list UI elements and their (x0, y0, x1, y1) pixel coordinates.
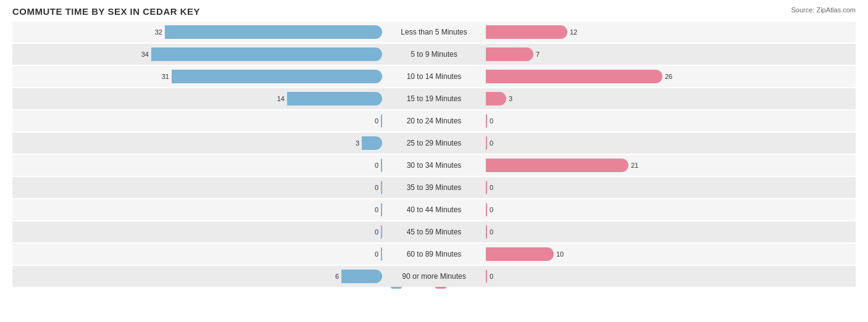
female-bar (486, 25, 567, 39)
female-bar (486, 114, 487, 128)
left-section: 0 (12, 244, 385, 265)
right-section: 10 (483, 244, 856, 265)
female-bar-wrapper: 0 (486, 221, 856, 242)
male-bar (381, 225, 382, 239)
female-value: 0 (490, 184, 493, 191)
row-label: 45 to 59 Minutes (385, 228, 483, 236)
chart-area: 32 Less than 5 Minutes 12 34 (12, 22, 856, 276)
female-bar-wrapper: 21 (486, 155, 856, 176)
row-label: 35 to 39 Minutes (385, 183, 483, 192)
male-bar (381, 247, 382, 261)
male-bar-wrapper: 6 (12, 266, 382, 287)
right-section: 3 (483, 88, 856, 109)
male-bar (381, 203, 382, 217)
row-label: 5 to 9 Minutes (385, 50, 483, 59)
chart-row: 32 Less than 5 Minutes 12 (12, 22, 856, 43)
male-bar-wrapper: 0 (12, 177, 382, 198)
female-value: 0 (490, 273, 493, 280)
female-bar-wrapper: 0 (486, 266, 856, 287)
female-bar (486, 136, 487, 150)
chart-row: 14 15 to 19 Minutes 3 (12, 88, 856, 109)
left-section: 3 (12, 133, 385, 154)
female-bar-wrapper: 0 (486, 177, 856, 198)
left-section: 0 (12, 199, 385, 220)
left-section: 34 (12, 44, 385, 65)
right-section: 26 (483, 66, 856, 87)
male-bar (172, 70, 382, 83)
right-section: 0 (483, 110, 856, 131)
female-bar-wrapper: 3 (486, 88, 856, 109)
female-value: 0 (490, 117, 493, 125)
male-bar-wrapper: 0 (12, 221, 382, 242)
male-bar (381, 114, 382, 128)
row-label: 25 to 29 Minutes (385, 139, 483, 147)
female-bar-wrapper: 0 (486, 133, 856, 154)
male-bar-wrapper: 31 (12, 66, 382, 87)
female-bar (486, 159, 628, 172)
left-section: 0 (12, 110, 385, 131)
female-bar-wrapper: 7 (486, 44, 856, 65)
right-section: 0 (483, 199, 856, 220)
right-section: 0 (483, 266, 856, 287)
male-value: 0 (375, 228, 378, 236)
row-label: 10 to 14 Minutes (385, 72, 483, 81)
female-bar-wrapper: 26 (486, 66, 856, 87)
left-section: 0 (12, 177, 385, 198)
male-bar-wrapper: 0 (12, 244, 382, 265)
female-value: 0 (490, 206, 493, 213)
male-value: 0 (375, 250, 378, 258)
male-value: 34 (141, 51, 149, 58)
female-bar-wrapper: 12 (486, 22, 856, 43)
male-bar (381, 159, 382, 172)
row-label: 90 or more Minutes (385, 272, 483, 281)
male-bar (151, 47, 382, 61)
chart-container: COMMUTE TIME BY SEX IN CEDAR KEY Source:… (0, 0, 868, 322)
male-bar-wrapper: 3 (12, 133, 382, 154)
female-bar (486, 92, 506, 105)
male-value: 32 (155, 28, 162, 36)
male-value: 0 (375, 162, 378, 169)
male-bar-wrapper: 0 (12, 199, 382, 220)
female-value: 10 (556, 250, 564, 258)
left-section: 0 (12, 155, 385, 176)
left-section: 31 (12, 66, 385, 87)
chart-row: 3 25 to 29 Minutes 0 (12, 133, 856, 154)
male-bar-wrapper: 34 (12, 44, 382, 65)
row-label: 30 to 34 Minutes (385, 161, 483, 170)
female-bar (486, 181, 487, 194)
male-bar-wrapper: 14 (12, 88, 382, 109)
male-value: 0 (375, 117, 378, 125)
male-bar (381, 181, 382, 194)
male-bar (165, 25, 382, 39)
chart-row: 0 45 to 59 Minutes 0 (12, 221, 856, 242)
chart-row: 0 60 to 89 Minutes 10 (12, 244, 856, 265)
row-label: 15 to 19 Minutes (385, 94, 483, 103)
male-value: 14 (277, 95, 285, 102)
female-value: 12 (570, 28, 577, 36)
male-bar-wrapper: 0 (12, 155, 382, 176)
female-value: 0 (490, 139, 493, 147)
female-bar (486, 47, 533, 61)
chart-row: 0 40 to 44 Minutes 0 (12, 199, 856, 220)
chart-row: 31 10 to 14 Minutes 26 (12, 66, 856, 87)
female-bar (486, 203, 487, 217)
left-section: 14 (12, 88, 385, 109)
chart-row: 6 90 or more Minutes 0 (12, 266, 856, 287)
chart-row: 34 5 to 9 Minutes 7 (12, 44, 856, 65)
male-bar-wrapper: 32 (12, 22, 382, 43)
row-label: 40 to 44 Minutes (385, 205, 483, 214)
male-bar (362, 136, 382, 150)
male-value: 31 (162, 73, 169, 80)
source-text: Source: ZipAtlas.com (791, 6, 856, 14)
female-bar-wrapper: 0 (486, 110, 856, 131)
right-section: 21 (483, 155, 856, 176)
female-bar (486, 270, 487, 283)
male-bar-wrapper: 0 (12, 110, 382, 131)
right-section: 0 (483, 177, 856, 198)
male-value: 6 (335, 273, 339, 280)
row-label: Less than 5 Minutes (385, 28, 483, 36)
right-section: 12 (483, 22, 856, 43)
male-value: 3 (356, 139, 359, 147)
female-value: 26 (665, 73, 672, 80)
female-bar (486, 70, 662, 83)
